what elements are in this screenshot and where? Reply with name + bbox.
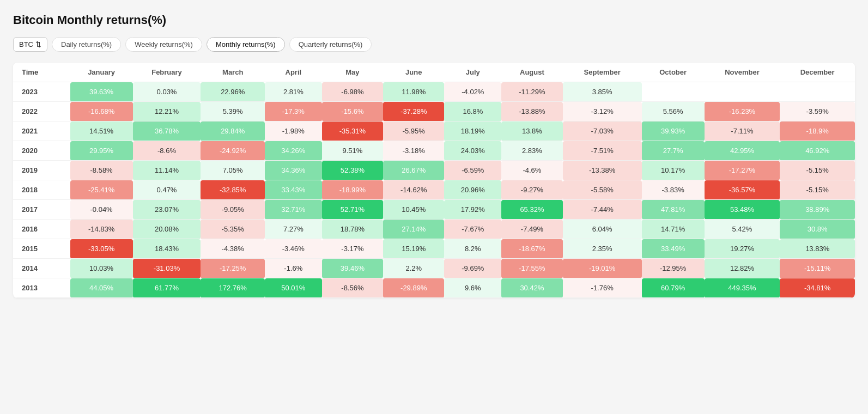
return-cell: 32.71% — [265, 200, 322, 220]
return-cell: 39.63% — [70, 82, 133, 102]
return-cell: 7.05% — [201, 161, 264, 180]
year-cell: 2023 — [13, 82, 70, 102]
return-cell: 2.81% — [265, 82, 322, 102]
return-cell: 61.77% — [133, 278, 201, 298]
return-cell: 5.56% — [642, 102, 705, 121]
return-cell: -9.69% — [444, 259, 501, 278]
table-row: 2019-8.58%11.14%7.05%34.36%52.38%26.67%-… — [13, 161, 855, 180]
return-cell: -36.57% — [705, 180, 780, 200]
return-cell: -16.68% — [70, 102, 133, 121]
return-cell: 39.46% — [322, 259, 383, 278]
return-cell: -6.59% — [444, 161, 501, 180]
return-cell: 11.14% — [133, 161, 201, 180]
table-row: 201344.05%61.77%172.76%50.01%-8.56%-29.8… — [13, 278, 855, 298]
return-cell: 17.92% — [444, 200, 501, 220]
ticker-select[interactable]: BTC ⇅ — [13, 37, 47, 52]
return-cell: 47.81% — [642, 200, 705, 220]
return-cell: -14.62% — [383, 180, 444, 200]
table-row: 202029.95%-8.6%-24.92%34.26%9.51%-3.18%2… — [13, 141, 855, 161]
return-cell: -15.11% — [780, 259, 855, 278]
col-march: March — [201, 63, 264, 82]
year-cell: 2015 — [13, 239, 70, 259]
return-cell: -7.03% — [563, 121, 642, 141]
return-cell: -8.58% — [70, 161, 133, 180]
return-cell: -7.44% — [563, 200, 642, 220]
return-cell: -12.95% — [642, 259, 705, 278]
return-cell: 42.95% — [705, 141, 780, 161]
return-cell: 14.51% — [70, 121, 133, 141]
returns-table-container: Time January February March April May Ju… — [13, 63, 855, 298]
return-cell: 9.6% — [444, 278, 501, 298]
return-cell: 8.2% — [444, 239, 501, 259]
return-cell: 18.43% — [133, 239, 201, 259]
return-cell: 46.92% — [780, 141, 855, 161]
return-cell: 50.01% — [265, 278, 322, 298]
year-cell: 2013 — [13, 278, 70, 298]
return-cell: -1.76% — [563, 278, 642, 298]
return-cell: 15.19% — [383, 239, 444, 259]
return-cell: -4.38% — [201, 239, 264, 259]
col-july: July — [444, 63, 501, 82]
return-cell: 2.2% — [383, 259, 444, 278]
return-cell: 34.26% — [265, 141, 322, 161]
return-cell: 14.71% — [642, 220, 705, 239]
tab-daily[interactable]: Daily returns(%) — [52, 37, 121, 52]
return-cell: 29.95% — [70, 141, 133, 161]
return-cell: -19.01% — [563, 259, 642, 278]
col-february: February — [133, 63, 201, 82]
return-cell: -3.18% — [383, 141, 444, 161]
year-cell: 2018 — [13, 180, 70, 200]
return-cell: 13.8% — [501, 121, 562, 141]
col-january: January — [70, 63, 133, 82]
return-cell: -18.99% — [322, 180, 383, 200]
return-cell: 3.85% — [563, 82, 642, 102]
return-cell: 39.93% — [642, 121, 705, 141]
return-cell: 20.08% — [133, 220, 201, 239]
return-cell: -8.6% — [133, 141, 201, 161]
return-cell: 33.49% — [642, 239, 705, 259]
table-row: 201410.03%-31.03%-17.25%-1.6%39.46%2.2%-… — [13, 259, 855, 278]
return-cell: -1.6% — [265, 259, 322, 278]
table-header-row: Time January February March April May Ju… — [13, 63, 855, 82]
return-cell: 10.17% — [642, 161, 705, 180]
return-cell: -32.85% — [201, 180, 264, 200]
tab-monthly[interactable]: Monthly returns(%) — [207, 37, 285, 52]
tab-weekly[interactable]: Weekly returns(%) — [125, 37, 202, 52]
table-row: 202114.51%36.78%29.84%-1.98%-35.31%-5.95… — [13, 121, 855, 141]
return-cell: 29.84% — [201, 121, 264, 141]
return-cell: 2.83% — [501, 141, 562, 161]
return-cell: -3.17% — [322, 239, 383, 259]
table-row: 2017-0.04%23.07%-9.05%32.71%52.71%10.45%… — [13, 200, 855, 220]
tab-quarterly[interactable]: Quarterly returns(%) — [289, 37, 372, 52]
return-cell: -11.29% — [501, 82, 562, 102]
return-cell: -14.83% — [70, 220, 133, 239]
return-cell: -7.51% — [563, 141, 642, 161]
return-cell: 0.47% — [133, 180, 201, 200]
year-cell: 2014 — [13, 259, 70, 278]
year-cell: 2022 — [13, 102, 70, 121]
return-cell: -0.04% — [70, 200, 133, 220]
col-october: October — [642, 63, 705, 82]
year-cell: 2020 — [13, 141, 70, 161]
return-cell — [780, 82, 855, 102]
return-cell: 9.51% — [322, 141, 383, 161]
return-cell: -13.38% — [563, 161, 642, 180]
return-cell: 10.03% — [70, 259, 133, 278]
year-cell: 2021 — [13, 121, 70, 141]
returns-table: Time January February March April May Ju… — [13, 63, 855, 298]
return-cell: 38.89% — [780, 200, 855, 220]
return-cell: 24.03% — [444, 141, 501, 161]
return-cell: -4.6% — [501, 161, 562, 180]
return-cell: -17.55% — [501, 259, 562, 278]
return-cell: 18.19% — [444, 121, 501, 141]
return-cell: -3.59% — [780, 102, 855, 121]
return-cell: 13.83% — [780, 239, 855, 259]
return-cell: -5.58% — [563, 180, 642, 200]
return-cell: 33.43% — [265, 180, 322, 200]
return-cell: -9.27% — [501, 180, 562, 200]
return-cell: -31.03% — [133, 259, 201, 278]
year-cell: 2017 — [13, 200, 70, 220]
return-cell: 2.35% — [563, 239, 642, 259]
return-cell: -3.12% — [563, 102, 642, 121]
return-cell: 20.96% — [444, 180, 501, 200]
